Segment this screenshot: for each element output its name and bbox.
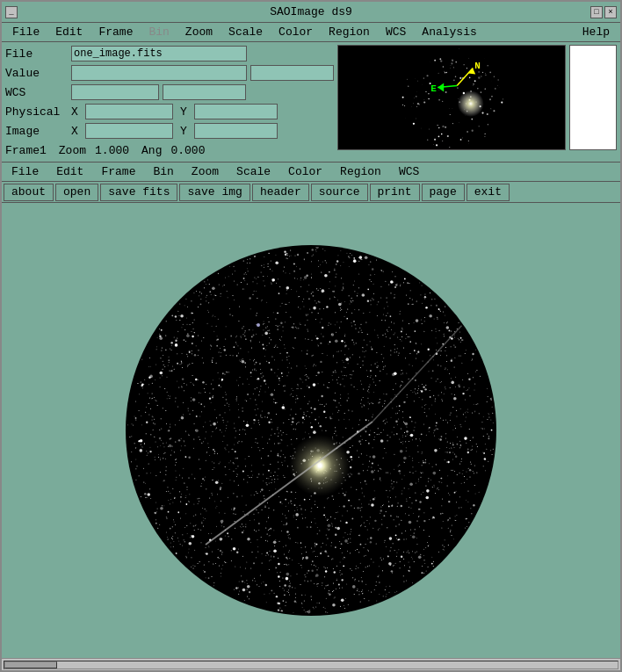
astro-image-wrapper	[126, 245, 496, 616]
toolbar2: File Edit Frame Bin Zoom Scale Color Reg…	[2, 163, 620, 182]
title-bar: _ SAOImage ds9 □ ×	[2, 2, 620, 23]
extra-panel	[569, 45, 617, 150]
value-label: Value	[5, 67, 71, 80]
zoom-value: 1.000	[95, 144, 129, 157]
main-window: _ SAOImage ds9 □ × File Edit Frame Bin Z…	[0, 0, 622, 672]
menu-region[interactable]: Region	[322, 25, 377, 40]
physical-x-input[interactable]	[85, 104, 173, 119]
tb2-file[interactable]: File	[4, 163, 47, 180]
tb2-edit[interactable]: Edit	[48, 163, 91, 180]
physical-row: Physical X Y	[5, 103, 334, 120]
tb2-color[interactable]: Color	[280, 163, 330, 180]
wcs-input1[interactable]	[71, 84, 159, 100]
preview-canvas	[338, 46, 566, 150]
frame-label: Frame1	[5, 144, 47, 157]
ang-label: Ang	[141, 144, 162, 157]
menu-bar: File Edit Frame Bin Zoom Scale Color Reg…	[2, 23, 620, 42]
physical-y-label: Y	[180, 105, 191, 119]
image-label: Image	[5, 125, 71, 138]
value-input[interactable]	[71, 65, 247, 81]
value-input2[interactable]	[250, 65, 334, 81]
exit-button[interactable]: exit	[466, 184, 510, 201]
menu-help[interactable]: Help	[575, 25, 617, 40]
menu-zoom[interactable]: Zoom	[178, 25, 220, 40]
menu-bin: Bin	[141, 25, 176, 40]
save-fits-button[interactable]: save fits	[100, 184, 177, 201]
page-button[interactable]: page	[422, 184, 465, 201]
minimize-button[interactable]: _	[5, 6, 18, 18]
image-xy: X Y	[71, 123, 278, 139]
scrollbar-thumb[interactable]	[4, 661, 57, 668]
image-y-input[interactable]	[194, 123, 278, 139]
image-x-input[interactable]	[85, 123, 173, 139]
save-img-button[interactable]: save img	[179, 184, 250, 201]
window-title: SAOImage ds9	[270, 5, 352, 18]
info-panel: File Value WCS Physical X Y	[2, 42, 620, 163]
close-button[interactable]: ×	[604, 6, 617, 18]
button-bar: about open save fits save img header sou…	[2, 182, 620, 203]
header-button[interactable]: header	[252, 184, 309, 201]
menu-color[interactable]: Color	[271, 25, 320, 40]
about-button[interactable]: about	[4, 184, 54, 201]
physical-label: Physical	[5, 105, 71, 119]
frame-row: Frame1 Zoom 1.000 Ang 0.000	[5, 141, 334, 159]
info-left: File Value WCS Physical X Y	[5, 45, 334, 159]
tb2-bin[interactable]: Bin	[145, 163, 181, 180]
zoom-label: Zoom	[59, 144, 86, 157]
maximize-button[interactable]: □	[590, 6, 603, 18]
print-button[interactable]: print	[370, 184, 420, 201]
menu-wcs[interactable]: WCS	[379, 25, 413, 40]
tb2-region[interactable]: Region	[332, 163, 389, 180]
image-y-label: Y	[180, 125, 191, 138]
astro-canvas	[126, 245, 496, 616]
open-button[interactable]: open	[55, 184, 98, 201]
tb2-zoom[interactable]: Zoom	[184, 163, 227, 180]
window-controls: □ ×	[590, 6, 617, 18]
file-row: File	[5, 45, 334, 62]
wcs-input2[interactable]	[163, 84, 246, 100]
scrollbar-track[interactable]	[4, 661, 618, 669]
menu-analysis[interactable]: Analysis	[415, 25, 483, 40]
file-label: File	[5, 47, 71, 61]
canvas-area	[2, 203, 620, 658]
file-input[interactable]	[71, 46, 247, 61]
menu-scale[interactable]: Scale	[221, 25, 270, 40]
menu-file[interactable]: File	[5, 25, 47, 40]
menu-edit[interactable]: Edit	[48, 25, 90, 40]
wcs-row: WCS	[5, 83, 334, 101]
physical-y-input[interactable]	[194, 104, 278, 119]
ang-value: 0.000	[170, 144, 205, 157]
source-button[interactable]: source	[311, 184, 368, 201]
image-x-label: X	[71, 125, 82, 138]
menu-frame[interactable]: Frame	[91, 25, 140, 40]
wcs-label: WCS	[5, 86, 71, 99]
tb2-wcs[interactable]: WCS	[391, 163, 427, 180]
tb2-frame[interactable]: Frame	[93, 163, 143, 180]
tb2-scale[interactable]: Scale	[228, 163, 278, 180]
scrollbar[interactable]	[2, 658, 620, 670]
image-row: Image X Y	[5, 122, 334, 140]
physical-xy: X Y	[71, 104, 278, 119]
value-row: Value	[5, 64, 334, 82]
physical-x-label: X	[71, 105, 82, 119]
preview-image-container	[337, 45, 566, 150]
